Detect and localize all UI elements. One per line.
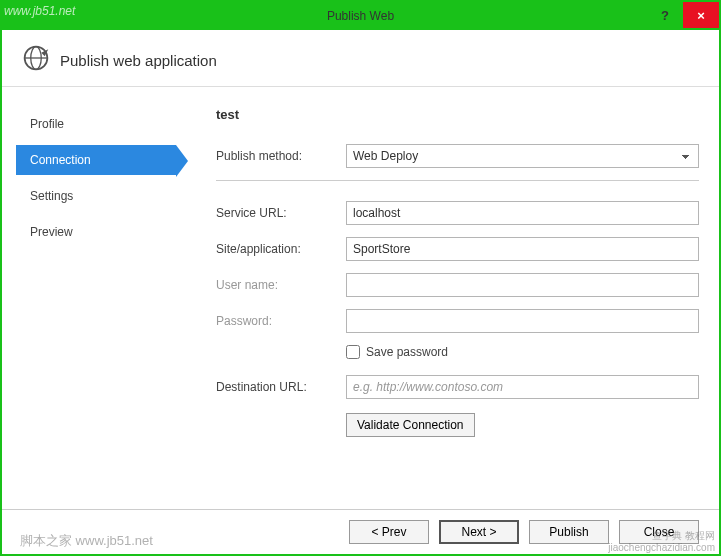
profile-name: test	[216, 107, 699, 122]
titlebar: Publish Web ? ×	[2, 2, 719, 30]
sidebar-item-profile[interactable]: Profile	[16, 109, 176, 139]
site-application-input[interactable]	[346, 237, 699, 261]
watermark-bottom-right: 查字典 教程网 jiaochengchazidian.com	[608, 530, 715, 554]
form-panel: test Publish method: Web Deploy Service …	[176, 105, 699, 499]
watermark-top-left: www.jb51.net	[4, 4, 75, 18]
password-input[interactable]	[346, 309, 699, 333]
publish-method-select[interactable]: Web Deploy	[346, 144, 699, 168]
username-input[interactable]	[346, 273, 699, 297]
site-application-label: Site/application:	[216, 242, 346, 256]
next-button[interactable]: Next >	[439, 520, 519, 544]
close-button[interactable]: ×	[683, 2, 719, 28]
row-destination-url: Destination URL:	[216, 375, 699, 399]
row-save-password: Save password	[346, 345, 699, 359]
dialog-header: Publish web application	[2, 30, 719, 87]
dialog-body: Profile Connection Settings Preview test…	[2, 87, 719, 509]
destination-url-input[interactable]	[346, 375, 699, 399]
help-button[interactable]: ?	[647, 2, 683, 28]
sidebar-item-preview[interactable]: Preview	[16, 217, 176, 247]
prev-button[interactable]: < Prev	[349, 520, 429, 544]
save-password-checkbox[interactable]	[346, 345, 360, 359]
dialog-title: Publish web application	[60, 52, 217, 69]
sidebar-item-connection[interactable]: Connection	[16, 145, 176, 175]
validate-connection-button[interactable]: Validate Connection	[346, 413, 475, 437]
globe-publish-icon	[22, 44, 50, 76]
save-password-label[interactable]: Save password	[366, 345, 448, 359]
window-title: Publish Web	[2, 9, 719, 23]
publish-web-window: Publish Web ? × Publish web application …	[0, 0, 721, 556]
destination-url-label: Destination URL:	[216, 380, 346, 394]
password-label: Password:	[216, 314, 346, 328]
publish-method-label: Publish method:	[216, 149, 346, 163]
username-label: User name:	[216, 278, 346, 292]
row-service-url: Service URL:	[216, 201, 699, 225]
titlebar-buttons: ? ×	[647, 2, 719, 30]
row-password: Password:	[216, 309, 699, 333]
watermark-bottom-left: 脚本之家 www.jb51.net	[20, 532, 153, 550]
wizard-sidebar: Profile Connection Settings Preview	[16, 105, 176, 499]
service-url-input[interactable]	[346, 201, 699, 225]
row-username: User name:	[216, 273, 699, 297]
service-url-label: Service URL:	[216, 206, 346, 220]
publish-button[interactable]: Publish	[529, 520, 609, 544]
row-publish-method: Publish method: Web Deploy	[216, 144, 699, 168]
row-validate: Validate Connection	[346, 413, 699, 437]
sidebar-item-settings[interactable]: Settings	[16, 181, 176, 211]
divider	[216, 180, 699, 181]
row-site-application: Site/application:	[216, 237, 699, 261]
